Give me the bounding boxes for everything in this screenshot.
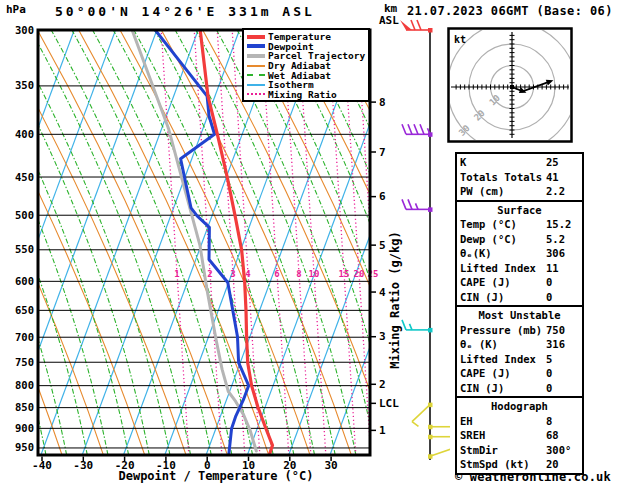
wet-adiabat-line xyxy=(31,30,191,455)
panel-row: CIN (J)0 xyxy=(460,290,579,305)
panel-row: CIN (J)0 xyxy=(460,381,579,396)
km-tick-label: 8 xyxy=(379,96,386,109)
panel-row-value: 15.2 xyxy=(546,217,571,232)
panel-row-label: Pressure (mb) xyxy=(460,323,546,338)
panel-row-label: SREH xyxy=(460,428,546,443)
panel-row-label: StmSpd (kt) xyxy=(460,457,546,472)
wind-barb xyxy=(402,320,433,333)
mixing-ratio-label: 4 xyxy=(245,269,251,279)
panel-row-value: 8 xyxy=(546,414,552,429)
panel-row: θₑ(K)306 xyxy=(460,246,579,261)
pressure-tick-label: 600 xyxy=(15,275,34,287)
legend-label: Temperature xyxy=(268,32,331,41)
legend-item: Mixing Ratio xyxy=(247,90,368,100)
panel-row-value: 0 xyxy=(546,366,552,381)
panel-row-value: 300° xyxy=(546,443,571,458)
wind-barb xyxy=(402,124,433,137)
legend: TemperatureDewpointParcel TrajectoryDry … xyxy=(242,28,370,102)
panel-row: CAPE (J)0 xyxy=(460,275,579,290)
panel-row: StmDir300° xyxy=(460,443,579,458)
panel-row: Totals Totals41 xyxy=(460,170,579,185)
panel-row-value: 750 xyxy=(546,323,565,338)
panel-row-label: Lifted Index xyxy=(460,352,546,367)
panel-row-label: CAPE (J) xyxy=(460,366,546,381)
panel-box: Most UnstablePressure (mb)750θₑ (K)316Li… xyxy=(455,305,584,398)
skewt-diagram: 1234681015202530035040045050055060065070… xyxy=(0,0,450,486)
legend-swatch xyxy=(247,93,265,95)
wind-barb xyxy=(400,20,433,33)
temp-tick-label: -40 xyxy=(32,459,52,472)
panel-row-value: 0 xyxy=(546,381,552,396)
panel-row-label: EH xyxy=(460,414,546,429)
panel-row-value: 68 xyxy=(546,428,559,443)
panel-row-label: Temp (°C) xyxy=(460,217,546,232)
wind-barb xyxy=(428,419,450,429)
pressure-tick-label: 450 xyxy=(15,171,34,183)
hodograph-unit-label: kt xyxy=(454,34,466,45)
panel-row: K25 xyxy=(460,155,579,170)
pressure-tick-label: 750 xyxy=(15,356,34,368)
pressure-tick-label: 900 xyxy=(15,422,34,434)
legend-swatch xyxy=(247,84,265,86)
temp-tick-label: -30 xyxy=(73,459,93,472)
legend-label: Mixing Ratio xyxy=(268,90,337,99)
panel-section-title: Most Unstable xyxy=(460,308,579,323)
wind-barb xyxy=(402,199,433,212)
panel-row-value: 5 xyxy=(546,352,552,367)
panel-row: θₑ (K)316 xyxy=(460,337,579,352)
mixing-ratio-axis-title: Mixing Ratio (g/kg) xyxy=(388,231,402,368)
panel-row-value: 25 xyxy=(546,155,559,170)
pressure-tick-label: 550 xyxy=(15,243,34,255)
panel-row: Pressure (mb)750 xyxy=(460,323,579,338)
km-tick-label: 1 xyxy=(379,424,386,437)
legend-swatch xyxy=(247,35,265,39)
panel-row-label: θₑ (K) xyxy=(460,337,546,352)
hodograph: 102030kt xyxy=(447,27,573,143)
legend-swatch xyxy=(247,65,265,67)
temp-tick-label: 30 xyxy=(324,459,337,472)
panel-section-title: Hodograph xyxy=(460,399,579,414)
pressure-tick-label: 500 xyxy=(15,209,34,221)
panel-section-title: Surface xyxy=(460,203,579,218)
panel-row-value: 316 xyxy=(546,337,565,352)
wet-adiabat-line xyxy=(361,30,450,455)
panel-box: SurfaceTemp (°C)15.2Dewp (°C)5.2θₑ(K)306… xyxy=(455,200,584,308)
panel-row-label: StmDir xyxy=(460,443,546,458)
mixing-ratio-label: 3 xyxy=(230,269,235,279)
wind-barb xyxy=(428,432,450,439)
panel-row-value: 0 xyxy=(546,275,552,290)
km-tick-label: 4 xyxy=(379,286,386,299)
panel-row: CAPE (J)0 xyxy=(460,366,579,381)
pressure-tick-label: 300 xyxy=(15,24,34,36)
panel-row: Temp (°C)15.2 xyxy=(460,217,579,232)
pressure-tick-label: 800 xyxy=(15,379,34,391)
panel-row-label: θₑ(K) xyxy=(460,246,546,261)
indices-panel: K25Totals Totals41PW (cm)2.2SurfaceTemp … xyxy=(455,152,584,475)
panel-row-label: CIN (J) xyxy=(460,290,546,305)
km-tick-label: 7 xyxy=(379,146,386,159)
pressure-tick-label: 950 xyxy=(15,441,34,453)
panel-row-value: 0 xyxy=(546,290,552,305)
mixing-ratio-label: 2 xyxy=(207,269,212,279)
legend-swatch xyxy=(247,54,265,58)
mixing-ratio-label: 1 xyxy=(174,269,179,279)
parcel-trajectory-curve xyxy=(132,30,256,451)
km-tick-label: 5 xyxy=(379,239,386,252)
mixing-ratio-label: 15 xyxy=(339,269,350,279)
panel-row: EH8 xyxy=(460,414,579,429)
panel-row-value: 11 xyxy=(546,261,559,276)
panel-row: PW (cm)2.2 xyxy=(460,184,579,199)
panel-row-value: 20 xyxy=(546,457,559,472)
hodograph-arrowhead xyxy=(546,80,554,86)
panel-row-label: Dewp (°C) xyxy=(460,232,546,247)
panel-row-value: 41 xyxy=(546,170,559,185)
legend-item: Dry Adiabat xyxy=(247,61,368,71)
wind-barb xyxy=(428,440,450,458)
panel-box: HodographEH8SREH68StmDir300°StmSpd (kt)2… xyxy=(455,396,584,475)
panel-row-label: Totals Totals xyxy=(460,170,546,185)
panel-row-label: CAPE (J) xyxy=(460,275,546,290)
wet-adiabat-line xyxy=(0,30,87,455)
mixing-ratio-label: 8 xyxy=(296,269,301,279)
lcl-label: LCL xyxy=(379,397,399,410)
pressure-tick-label: 650 xyxy=(15,304,34,316)
